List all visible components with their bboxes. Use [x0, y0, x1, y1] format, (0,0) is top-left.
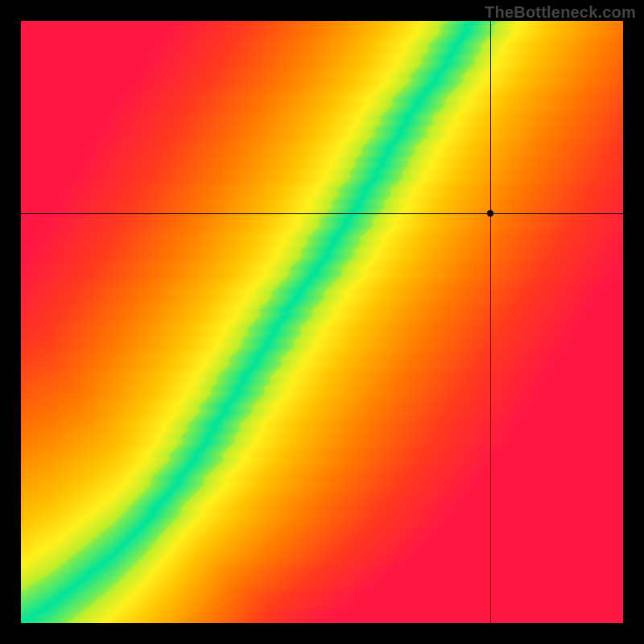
selection-marker — [487, 210, 493, 217]
crosshair-horizontal — [21, 213, 623, 214]
heatmap-plot — [21, 21, 623, 623]
crosshair-vertical — [490, 21, 491, 623]
watermark-text: TheBottleneck.com — [485, 3, 636, 22]
heatmap-canvas — [21, 21, 623, 623]
chart-container: TheBottleneck.com — [0, 0, 644, 644]
